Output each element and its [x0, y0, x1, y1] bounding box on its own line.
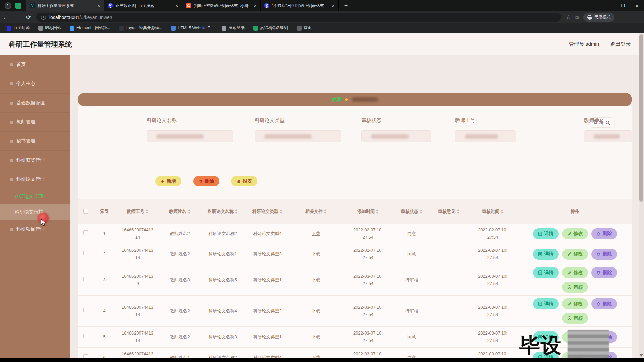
- trash-icon: [199, 179, 203, 183]
- column-header-审核状态[interactable]: 审核状态: [393, 199, 430, 224]
- site-info-icon[interactable]: i: [41, 15, 46, 20]
- row-checkbox[interactable]: [83, 334, 88, 338]
- bookmark-star-icon[interactable]: ☆: [566, 14, 571, 20]
- bookmark-item[interactable]: HTML5 Website T...: [171, 26, 213, 31]
- row-checkbox[interactable]: [83, 308, 88, 312]
- filter-input[interactable]: [455, 130, 516, 142]
- select-all-checkbox[interactable]: [83, 209, 88, 214]
- edit-button[interactable]: 修改: [562, 298, 588, 309]
- bulk-delete-button[interactable]: 删除: [193, 176, 219, 186]
- download-link[interactable]: 下载: [312, 251, 320, 256]
- sort-caret-icon[interactable]: [188, 209, 191, 214]
- column-header-科研论文名称[interactable]: 科研论文名称: [200, 199, 246, 224]
- sidebar-item-基础数据管理[interactable]: 基础数据管理: [0, 94, 70, 113]
- bookmark-item[interactable]: 首页: [297, 25, 312, 31]
- bookmark-item[interactable]: 搜索壁纸: [222, 25, 245, 31]
- download-link[interactable]: 下载: [312, 231, 320, 236]
- sort-caret-icon[interactable]: [235, 209, 238, 214]
- delete-button[interactable]: 删除: [591, 298, 617, 309]
- browser-tab[interactable]: ਊ 正整数正则_百度搜索 ✕: [104, 0, 182, 11]
- minimize-button[interactable]: ─: [602, 0, 616, 11]
- sort-caret-icon[interactable]: [457, 209, 460, 214]
- download-link[interactable]: 下载: [312, 334, 320, 339]
- extension-key-icon[interactable]: ⚿: [575, 15, 579, 20]
- detail-button[interactable]: 详情: [533, 228, 559, 239]
- new-tab-button[interactable]: +: [341, 1, 351, 10]
- sidebar-item-首页[interactable]: 首页: [0, 55, 70, 74]
- filter-input[interactable]: [361, 130, 431, 142]
- review-button[interactable]: 审核: [562, 313, 588, 324]
- tab-close-icon[interactable]: ✕: [331, 3, 335, 8]
- blurred-placeholder: [594, 134, 620, 139]
- sidebar-item-科研论文管理[interactable]: 科研论文管理: [0, 170, 70, 189]
- bookmark-item[interactable]: 百度翻译: [7, 25, 30, 31]
- column-header-教师姓名[interactable]: 教师姓名: [160, 199, 200, 224]
- add-button[interactable]: 新增: [155, 176, 181, 186]
- delete-button[interactable]: 删除: [591, 228, 617, 239]
- tab-close-icon[interactable]: ✕: [175, 3, 179, 8]
- edit-button[interactable]: 修改: [562, 249, 588, 260]
- filter-input[interactable]: [147, 130, 233, 142]
- review-button[interactable]: 审核: [562, 282, 588, 293]
- bookmark-label: Element - 网站独...: [76, 25, 110, 31]
- scrollbar-down-arrow[interactable]: [640, 354, 643, 357]
- address-bar[interactable]: i localhost:8081/#/keyanlunwen: [36, 13, 561, 22]
- sort-caret-icon[interactable]: [146, 209, 148, 214]
- row-checkbox[interactable]: [83, 230, 88, 235]
- browser-tab[interactable]: C 判断正整数的正则表达式_小哥 ✕: [182, 0, 261, 11]
- tab-close-icon[interactable]: ✕: [253, 3, 257, 8]
- sidebar-item-科研论文管理[interactable]: 科研论文管理: [0, 189, 70, 204]
- download-link[interactable]: 下载: [312, 277, 320, 282]
- bookmark-item[interactable]: 图标网站: [38, 25, 61, 31]
- column-header-审核时间[interactable]: 审核时间: [468, 199, 518, 224]
- row-checkbox[interactable]: [83, 251, 88, 255]
- maximize-button[interactable]: ❐: [616, 0, 630, 11]
- detail-doc-icon: [538, 302, 542, 306]
- filter-input[interactable]: [255, 130, 341, 142]
- back-button[interactable]: ←: [0, 14, 11, 20]
- column-header-教师工号[interactable]: 教师工号: [115, 199, 160, 224]
- bookmark-item[interactable]: Element - 网站独...: [70, 25, 110, 31]
- bookmark-item[interactable]: 索结构命名规则: [253, 25, 288, 31]
- sidebar-item-科研项目管理[interactable]: 科研项目管理: [0, 220, 70, 239]
- detail-button[interactable]: 详情: [533, 298, 559, 309]
- edit-button[interactable]: 修改: [562, 267, 588, 278]
- sort-caret-icon[interactable]: [376, 209, 379, 214]
- bookmark-item[interactable]: Layui - 经典开源模...: [119, 25, 162, 31]
- edit-button[interactable]: 修改: [562, 228, 588, 239]
- tab-close-icon[interactable]: ✕: [97, 3, 101, 8]
- report-button[interactable]: 报表: [231, 176, 257, 186]
- column-header-科研论文类型[interactable]: 科研论文类型: [246, 199, 289, 224]
- sort-caret-icon[interactable]: [501, 209, 503, 214]
- sort-caret-icon[interactable]: [420, 209, 422, 214]
- column-header-添加时间[interactable]: 添加时间: [343, 199, 393, 224]
- download-link[interactable]: 下载: [312, 308, 320, 313]
- sidebar-item-个人中心[interactable]: 个人中心: [0, 74, 70, 94]
- column-header-审核意见[interactable]: 审核意见: [430, 199, 468, 224]
- sort-caret-icon[interactable]: [324, 209, 327, 214]
- forward-button[interactable]: →: [11, 14, 23, 20]
- delete-button[interactable]: 删除: [591, 267, 617, 278]
- menu-bullet-icon: [10, 63, 13, 66]
- logout-link[interactable]: 退出登录: [610, 41, 631, 47]
- filter-group: 科研论文类型: [255, 117, 341, 142]
- scrollbar-thumb[interactable]: [639, 34, 643, 202]
- sidebar-item-教师管理[interactable]: 教师管理: [0, 113, 70, 132]
- detail-button[interactable]: 详情: [533, 249, 559, 260]
- close-button[interactable]: ✕: [630, 0, 644, 11]
- sort-caret-icon[interactable]: [280, 209, 282, 214]
- detail-button[interactable]: 详情: [533, 267, 559, 278]
- reload-button[interactable]: ⟳: [23, 14, 34, 20]
- browser-tab[interactable]: V 科研工作量管理系统 ✕: [26, 0, 104, 11]
- browser-scrollbar[interactable]: [639, 33, 644, 358]
- sidebar-item-秘书管理[interactable]: 秘书管理: [0, 132, 70, 151]
- bookmark-favicon: [253, 26, 258, 31]
- browser-tab[interactable]: ਊ "不包括".+[0-9]"的正则表达式 ✕: [261, 0, 339, 11]
- delete-button[interactable]: 删除: [591, 249, 617, 260]
- column-header-相关文件[interactable]: 相关文件: [289, 199, 343, 224]
- sidebar-item-科研论文审核[interactable]: 科研论文审核: [0, 204, 70, 220]
- row-checkbox[interactable]: [83, 277, 88, 281]
- sidebar-item-科研获奖管理[interactable]: 科研获奖管理: [0, 151, 70, 170]
- menu-bullet-icon: [10, 159, 13, 162]
- filter-input[interactable]: [584, 130, 632, 142]
